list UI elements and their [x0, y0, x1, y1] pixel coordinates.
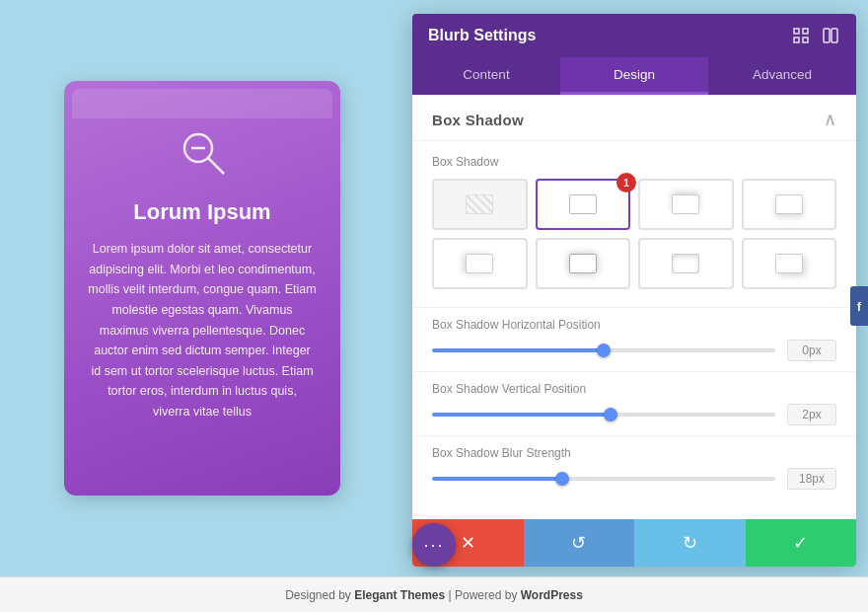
- shadow-bottomright-preview: [775, 254, 803, 273]
- preview-area: Lorum Ipsum Lorem ipsum dolor sit amet, …: [0, 0, 404, 576]
- vertical-slider-thumb[interactable]: [604, 408, 617, 421]
- panel-toolbar: ✕ ↺ ↻ ✓: [412, 519, 856, 567]
- horizontal-slider-section: Box Shadow Horizontal Position 0px: [412, 307, 856, 371]
- svg-rect-7: [824, 29, 830, 42]
- dots-icon: ···: [423, 535, 444, 556]
- tab-advanced[interactable]: Advanced: [708, 57, 856, 95]
- shadow-options: Box Shadow 1: [412, 141, 856, 307]
- blurb-title: Lorum Ipsum: [133, 199, 270, 225]
- shadow-option-inset[interactable]: [638, 238, 734, 289]
- panel-header-icons: [791, 26, 840, 45]
- vertical-slider-section: Box Shadow Vertical Position 2px: [412, 371, 856, 435]
- shadow-option-left[interactable]: [432, 238, 528, 289]
- shadow-options-label: Box Shadow: [432, 155, 836, 169]
- shadow-option-bottom[interactable]: [742, 179, 837, 230]
- shadow-badge: 1: [616, 173, 636, 192]
- shadow-bottom-preview: [775, 194, 803, 214]
- panel-tabs: Content Design Advanced: [412, 57, 856, 95]
- horizontal-slider-label: Box Shadow Horizontal Position: [432, 318, 836, 332]
- horizontal-slider-row: 0px: [432, 340, 836, 361]
- fullscreen-icon[interactable]: [791, 26, 811, 45]
- section-collapse-icon[interactable]: ∧: [824, 109, 836, 130]
- panel-title: Blurb Settings: [428, 27, 536, 44]
- horizontal-slider-track[interactable]: [432, 348, 775, 352]
- shadow-inset-preview: [672, 254, 699, 273]
- vertical-slider-label: Box Shadow Vertical Position: [432, 382, 836, 396]
- shadow-option-center[interactable]: [536, 238, 631, 289]
- blur-slider-thumb[interactable]: [555, 472, 569, 486]
- horizontal-slider-value[interactable]: 0px: [787, 340, 836, 361]
- svg-line-1: [208, 158, 224, 174]
- footer-bar: Designed by Elegant Themes | Powered by …: [0, 576, 868, 612]
- tab-content[interactable]: Content: [412, 57, 560, 95]
- floating-menu-button[interactable]: ···: [412, 523, 456, 567]
- blur-slider-fill: [432, 477, 562, 481]
- blurb-icon: [171, 120, 234, 184]
- elegant-themes-link[interactable]: Elegant Themes: [354, 588, 445, 602]
- shadow-option-top[interactable]: [638, 179, 734, 230]
- shadow-flat-preview: [569, 194, 597, 214]
- undo-button[interactable]: ↺: [524, 519, 635, 567]
- shadow-grid: 1: [432, 179, 836, 289]
- svg-rect-6: [803, 38, 808, 42]
- wordpress-link[interactable]: WordPress: [521, 588, 583, 602]
- facebook-icon[interactable]: f: [850, 286, 868, 326]
- shadow-option-flat[interactable]: 1: [536, 179, 631, 230]
- shadow-option-none[interactable]: [432, 179, 528, 230]
- shadow-top-preview: [672, 194, 699, 214]
- vertical-slider-track[interactable]: [432, 413, 775, 417]
- shadow-center-preview: [569, 254, 597, 273]
- svg-rect-5: [794, 38, 799, 42]
- section-header: Box Shadow ∧: [412, 95, 856, 141]
- blur-slider-value[interactable]: 18px: [787, 468, 836, 490]
- vertical-slider-row: 2px: [432, 404, 836, 425]
- blurb-card: Lorum Ipsum Lorem ipsum dolor sit amet, …: [64, 81, 340, 496]
- horizontal-slider-thumb[interactable]: [597, 344, 611, 357]
- save-button[interactable]: ✓: [746, 519, 857, 567]
- blur-slider-track[interactable]: [432, 477, 775, 481]
- svg-rect-4: [803, 29, 808, 34]
- redo-button[interactable]: ↻: [634, 519, 746, 567]
- horizontal-slider-fill: [432, 348, 604, 352]
- tab-design[interactable]: Design: [560, 57, 708, 95]
- svg-rect-8: [832, 29, 837, 42]
- blur-slider-label: Box Shadow Blur Strength: [432, 446, 836, 460]
- vertical-slider-value[interactable]: 2px: [787, 404, 836, 425]
- layout-icon[interactable]: [821, 26, 840, 45]
- shadow-none-preview: [466, 194, 493, 214]
- blurb-text: Lorem ipsum dolor sit amet, consectetur …: [88, 239, 317, 422]
- settings-panel: Blurb Settings Content: [412, 14, 856, 567]
- search-minus-icon: [175, 124, 230, 180]
- panel-body: Box Shadow ∧ Box Shadow 1: [412, 95, 856, 519]
- shadow-option-bottomright[interactable]: [742, 238, 837, 289]
- blur-slider-section: Box Shadow Blur Strength 18px: [412, 435, 856, 499]
- blur-slider-row: 18px: [432, 468, 836, 490]
- vertical-slider-fill: [432, 413, 611, 417]
- svg-rect-3: [794, 29, 799, 34]
- section-title: Box Shadow: [432, 112, 524, 128]
- shadow-left-preview: [466, 254, 493, 273]
- panel-header: Blurb Settings: [412, 14, 856, 57]
